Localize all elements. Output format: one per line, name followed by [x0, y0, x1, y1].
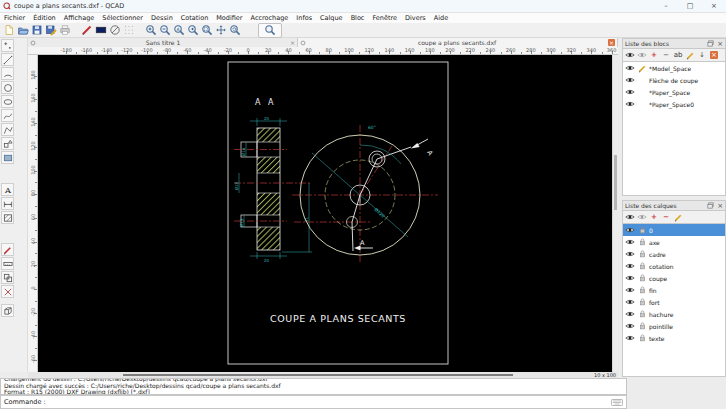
tool-solid-button[interactable] — [1, 304, 14, 317]
layer-item-cadre[interactable]: cadre — [623, 248, 725, 260]
tool-ellipse-button[interactable] — [1, 95, 14, 108]
tool-dimension-button[interactable] — [1, 197, 14, 210]
menu-accrochage[interactable]: Accrochage — [247, 14, 293, 22]
eye-icon[interactable] — [625, 286, 635, 294]
layer-item-fin[interactable]: fin — [623, 284, 725, 296]
tool-explode-button[interactable] — [1, 285, 14, 298]
drawing-canvas[interactable]: A A — [38, 55, 612, 372]
tool-circle-button[interactable] — [1, 81, 14, 94]
lock-icon[interactable] — [637, 298, 647, 306]
tool-hatch-button[interactable] — [1, 211, 14, 224]
layer-item-texte[interactable]: texte — [623, 332, 725, 344]
close-button[interactable]: × — [706, 2, 722, 10]
eye-icon[interactable] — [625, 274, 635, 282]
layers-eye-off-button[interactable] — [637, 213, 647, 221]
layers-edit-button[interactable] — [673, 213, 683, 222]
layer-item-coupe[interactable]: coupe — [623, 272, 725, 284]
block-item-fl-che-de-coupe[interactable]: Flèche de coupe — [623, 74, 725, 86]
tool-arc-button[interactable] — [1, 67, 14, 80]
tool-spline-button[interactable] — [1, 109, 14, 122]
eye-icon[interactable] — [625, 76, 635, 84]
lock-icon[interactable] — [637, 226, 647, 234]
layers-remove-red-button[interactable]: − — [661, 213, 671, 221]
lock-icon[interactable] — [637, 238, 647, 246]
draft-mode-button[interactable] — [108, 24, 121, 37]
layer-item-axe[interactable]: axe — [623, 236, 725, 248]
scrollbar-handle[interactable] — [123, 374, 513, 376]
print-button[interactable] — [58, 24, 71, 37]
layer-item-hachure[interactable]: hachure — [623, 308, 725, 320]
menu-fichier[interactable]: Fichier — [0, 14, 29, 22]
tool-modify-button[interactable] — [1, 243, 14, 256]
layers-eye-on-button[interactable] — [625, 213, 635, 221]
magnifier-button[interactable] — [258, 23, 282, 38]
tool-measure-button[interactable] — [1, 257, 14, 270]
zoom-previous-button[interactable] — [186, 24, 199, 37]
blocks-eye-on-button[interactable] — [625, 51, 635, 59]
float-icon[interactable] — [707, 40, 714, 47]
tool-shapes-button[interactable] — [1, 137, 14, 150]
color-swatch-button[interactable] — [94, 24, 107, 37]
close-icon[interactable]: × — [717, 202, 723, 210]
eye-icon[interactable] — [625, 262, 635, 270]
layer-item-pointille[interactable]: pointille — [623, 320, 725, 332]
block-item--paper-space[interactable]: *Paper_Space — [623, 86, 725, 98]
tool-line-button[interactable] — [1, 53, 14, 66]
scrollbar-handle[interactable] — [614, 155, 617, 210]
zoom-window-button[interactable] — [200, 24, 213, 37]
tool-block-button[interactable] — [1, 271, 14, 284]
close-icon[interactable]: × — [717, 40, 723, 48]
eye-icon[interactable] — [625, 100, 635, 108]
blocks-eye-off-button[interactable] — [637, 51, 647, 59]
tab-close-icon[interactable]: × — [608, 39, 615, 46]
eye-icon[interactable] — [625, 88, 635, 96]
pan-button[interactable] — [214, 24, 227, 37]
layer-item-cotation[interactable]: cotation — [623, 260, 725, 272]
lock-icon[interactable] — [637, 322, 647, 330]
keyboard-icon[interactable] — [611, 399, 623, 406]
layers-add-button[interactable]: + — [649, 213, 659, 221]
lock-icon[interactable] — [637, 286, 647, 294]
menu-infos[interactable]: Infos — [292, 14, 316, 22]
new-file-button[interactable] — [2, 24, 15, 37]
tool-polyline-button[interactable] — [1, 123, 14, 136]
blocks-close-edit-button[interactable]: × — [709, 51, 719, 59]
zoom-in-button[interactable] — [144, 24, 157, 37]
menu-calque[interactable]: Calque — [316, 14, 347, 22]
zoom-out-button[interactable] — [158, 24, 171, 37]
menu-selectionner[interactable]: Sélectionner — [98, 14, 147, 22]
lock-icon[interactable] — [637, 274, 647, 282]
menu-edition[interactable]: Édition — [29, 14, 60, 22]
edit-pencil-icon[interactable] — [637, 64, 647, 73]
layer-item-fort[interactable]: fort — [623, 296, 725, 308]
block-item--paper-space0[interactable]: *Paper_Space0 — [623, 98, 725, 110]
vertical-scrollbar[interactable] — [612, 55, 618, 372]
lock-icon[interactable] — [637, 250, 647, 258]
layer-item-0[interactable]: 0 — [623, 224, 725, 236]
command-prompt[interactable]: Commande : — [0, 395, 627, 409]
save-as-button[interactable] — [44, 24, 57, 37]
blocks-rename-button[interactable]: ab — [673, 51, 683, 59]
open-file-button[interactable] — [16, 24, 29, 37]
eye-icon[interactable] — [625, 310, 635, 318]
menu-divers[interactable]: Divers — [401, 14, 430, 22]
eye-icon[interactable] — [625, 226, 635, 234]
block-item--model-space[interactable]: *Model_Space — [623, 62, 725, 74]
eye-icon[interactable] — [625, 64, 635, 72]
blocks-edit-button[interactable] — [685, 51, 695, 60]
menu-aide[interactable]: Aide — [430, 14, 452, 22]
eye-icon[interactable] — [625, 334, 635, 342]
eye-icon[interactable] — [625, 250, 635, 258]
eye-icon[interactable] — [625, 238, 635, 246]
grid-button[interactable] — [122, 24, 135, 37]
tab-sans-titre-1[interactable]: Sans titre 1 × — [28, 38, 298, 47]
lock-icon[interactable] — [637, 334, 647, 342]
tool-text-button[interactable]: A — [1, 183, 14, 196]
redraw-button[interactable] — [228, 24, 241, 37]
eye-icon[interactable] — [625, 298, 635, 306]
tab-coupe-a-plans-secants[interactable]: coupe a plans secants.dxf × — [298, 38, 618, 47]
eye-icon[interactable] — [625, 322, 635, 330]
blocks-insert-button[interactable]: ↓ — [697, 51, 707, 59]
menu-dessin[interactable]: Dessin — [147, 14, 177, 22]
tab-close-icon[interactable]: × — [290, 39, 295, 46]
